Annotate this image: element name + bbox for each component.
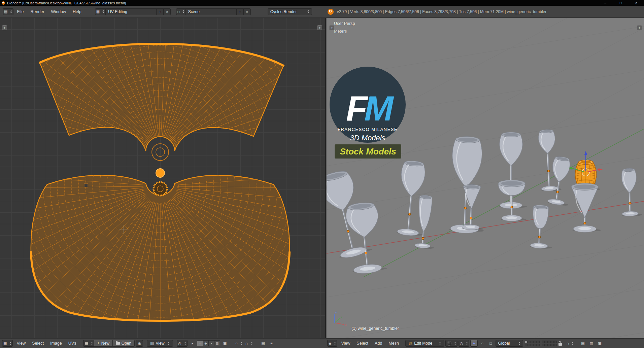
sticky-select-button[interactable]: ▣ — [221, 340, 229, 347]
uv-disc-island[interactable] — [156, 169, 165, 177]
scene-name-field[interactable]: Scene — [185, 8, 237, 15]
menu-render[interactable]: Render — [27, 6, 48, 18]
manipulator-scale-button[interactable]: □ — [487, 340, 495, 347]
stock-models-badge: Stock Models — [340, 146, 396, 156]
channel-icon: ▥ — [150, 341, 154, 346]
layout-add-button[interactable]: + — [156, 8, 164, 15]
snap-toggle[interactable]: ∩ — [566, 340, 575, 347]
render-opengl-anim-button[interactable]: ▥ — [587, 340, 595, 347]
uv-sculpt-button[interactable]: ≡ — [268, 340, 275, 347]
uv-menu-select[interactable]: Select — [29, 341, 46, 346]
select-edge-button[interactable]: ◆ — [203, 341, 208, 346]
scene-add-button[interactable]: + — [236, 8, 244, 15]
updown-icon — [251, 342, 253, 345]
image-datablock: ▦ +New Open — [83, 340, 135, 347]
select-vertex-button[interactable]: • — [197, 341, 203, 346]
render-opengl-button[interactable]: ▤ — [579, 340, 586, 347]
viewport-shading-select[interactable] — [445, 340, 457, 347]
svg-text:FRANCESCO MILANESE: FRANCESCO MILANESE — [338, 127, 398, 132]
view3d-menu-add[interactable]: Add — [372, 341, 385, 346]
uv-canvas[interactable] — [0, 18, 325, 338]
svg-text:x: x — [345, 323, 347, 326]
editor-type-button[interactable]: ◆ — [327, 340, 337, 347]
editor-type-button[interactable]: ▤ — [3, 8, 13, 15]
folder-icon — [116, 342, 120, 345]
pivot-icon: ◎ — [178, 341, 181, 346]
menu-help[interactable]: Help — [69, 6, 85, 18]
layout-icon: ▦ — [96, 9, 100, 14]
channel-label: View — [156, 341, 165, 346]
layout-delete-button[interactable]: × — [163, 8, 171, 15]
view-name-label: User Persp — [334, 21, 355, 26]
render-uv-toggle[interactable]: ▤ — [260, 340, 267, 347]
new-label: New — [101, 341, 109, 346]
proportional-edit-toggle[interactable]: ○ — [234, 340, 243, 347]
svg-text:M: M — [364, 89, 394, 128]
close-button[interactable]: × — [629, 0, 644, 6]
snap-toggle[interactable]: ∩ — [244, 340, 254, 347]
minimize-button[interactable]: – — [598, 0, 613, 6]
pivot-select[interactable]: ◎ — [459, 340, 469, 347]
area-divider[interactable] — [325, 18, 327, 338]
updown-icon — [572, 342, 574, 345]
maximize-button[interactable]: □ — [613, 0, 629, 6]
manipulator-toggle[interactable]: + — [470, 340, 478, 347]
image-browse-button[interactable]: ▦ — [83, 340, 94, 347]
select-island-button[interactable]: ▦ — [214, 341, 220, 346]
orientation-label: Global — [498, 341, 510, 346]
expand-toolshelf-button[interactable]: + — [329, 25, 334, 30]
layout-name-field[interactable]: UV Editing — [105, 8, 157, 15]
expand-toolshelf-button[interactable]: + — [2, 25, 7, 30]
uv-small-island[interactable] — [84, 183, 88, 187]
scene-statistics: v2.79 | Verts:3,800/3,800 | Edges:7,596/… — [337, 9, 546, 14]
uv-menu-view[interactable]: View — [14, 341, 28, 346]
expand-properties-button[interactable]: + — [317, 25, 322, 30]
scene-delete-button[interactable]: × — [243, 8, 251, 15]
updown-icon — [466, 342, 468, 345]
viewport-canvas[interactable]: FMFRANCESCO MILANESE3D ModelsStock Model… — [327, 18, 644, 338]
blender-window: Blender* [C:\Users\franc\Desktop\WINE_GL… — [0, 0, 644, 348]
expand-properties-button[interactable]: + — [637, 25, 642, 30]
view3d-menu-select[interactable]: Select — [354, 341, 371, 346]
sync-selection-toggle[interactable]: ▲ — [189, 340, 196, 347]
render-engine-select[interactable]: Cycles Render — [268, 8, 312, 15]
view3d-menu-view[interactable]: View — [338, 341, 353, 346]
updown-icon — [439, 342, 441, 345]
viewport-extras-button[interactable]: ▣ — [596, 340, 603, 347]
transform-orientation-select[interactable]: Global — [496, 340, 523, 347]
pin-button[interactable]: ◉ — [136, 340, 143, 347]
mode-label: Edit Mode — [414, 341, 432, 346]
open-image-button[interactable]: Open — [112, 340, 135, 347]
updown-icon — [240, 342, 242, 345]
updown-icon — [184, 342, 186, 345]
viewport-header: ◆ View Select Add Mesh ▧ Edit Mode ◎ + ○… — [325, 338, 644, 348]
select-face-button[interactable]: ▪ — [209, 341, 214, 346]
lock-icon[interactable] — [558, 343, 562, 346]
uv-editor-header: ▦ View Select Image UVs ▦ +New Open ◉ ▥V… — [0, 338, 325, 348]
manipulator-rotate-button[interactable]: ○ — [479, 340, 486, 347]
uv-ring-island[interactable] — [154, 182, 167, 196]
layers-widget-right[interactable] — [542, 341, 557, 346]
mode-select[interactable]: ▧ Edit Mode — [405, 340, 444, 347]
main-area: + + FMFRANCESCO MILANESE3D ModelsStock M… — [0, 18, 644, 338]
magnet-icon: ∩ — [567, 341, 569, 345]
engine-name: Cycles Render — [270, 9, 297, 14]
uv-editor-pane: + + — [0, 18, 325, 338]
object-info-label: (1) wine_generic_tumbler — [351, 326, 399, 331]
uv-menu-image[interactable]: Image — [47, 341, 65, 346]
layout-browse-button[interactable]: ▦ — [95, 8, 106, 15]
uv-menu-uvs[interactable]: UVs — [66, 341, 79, 346]
updown-icon — [9, 342, 11, 345]
view3d-menu-mesh[interactable]: Mesh — [386, 341, 402, 346]
display-channels-select[interactable]: ▥View — [147, 340, 173, 347]
menu-window[interactable]: Window — [48, 6, 69, 18]
uv-selection-mode: • ◆ ▪ ▦ — [197, 340, 220, 346]
pivot-select[interactable]: ◎ — [177, 340, 188, 347]
new-image-button[interactable]: +New — [94, 340, 113, 347]
editor-type-button[interactable]: ▦ — [2, 340, 13, 347]
cursor-icon: ▲ — [190, 341, 194, 345]
scene-browse-button[interactable]: □ — [176, 8, 186, 15]
layers-widget-left[interactable] — [525, 341, 540, 346]
magnet-icon: ∩ — [245, 341, 248, 345]
menu-file[interactable]: File — [13, 6, 27, 18]
